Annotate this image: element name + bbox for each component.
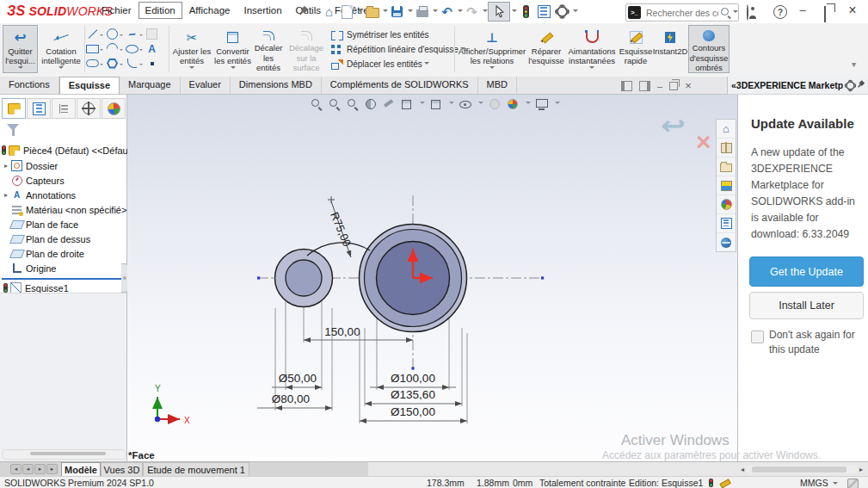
appearances-button[interactable] [717, 195, 736, 214]
repair-sketch-button[interactable]: Réparer l'esquisse [528, 25, 564, 73]
tab-complements[interactable]: Compléments de SOLIDWORKS [322, 77, 478, 94]
convert-flyout[interactable] [231, 66, 236, 71]
search-icon[interactable] [720, 7, 731, 18]
small-inner-circle[interactable] [286, 260, 322, 296]
spline-dropdown[interactable] [139, 34, 143, 38]
tab-fonctions[interactable]: Fonctions [0, 77, 59, 94]
expander-icon[interactable]: ▸ [2, 162, 10, 170]
options-dropdown[interactable] [573, 9, 578, 15]
displaymanager-tab[interactable] [102, 98, 126, 119]
trim-entities-button[interactable]: ✂ Ajuster les entités [171, 25, 212, 73]
custom-properties-button[interactable] [717, 214, 736, 233]
view-palette-button[interactable] [717, 176, 736, 195]
convert-entities-button[interactable]: Convertir les entités [213, 25, 252, 73]
task-pane-pin-icon[interactable] [857, 81, 865, 90]
dont-ask-checkbox[interactable] [751, 330, 764, 343]
spline-tool-button[interactable]: ~ [126, 28, 139, 40]
confirm-corner-cancel-icon[interactable]: × [696, 129, 711, 155]
get-update-button[interactable]: Get the Update [749, 256, 864, 287]
tree-item-plan-de-droite[interactable]: Plan de droite [10, 246, 84, 261]
scroll-right-icon[interactable]: ▸ [857, 466, 865, 473]
dia100-text[interactable]: Ø100,00 [391, 372, 435, 385]
print-button[interactable] [414, 3, 430, 20]
circle-dropdown[interactable] [120, 34, 123, 38]
tab-mbd[interactable]: MBD [478, 77, 517, 94]
configurationmanager-tab[interactable] [52, 98, 76, 119]
tree-item-plan-de-dessus[interactable]: Plan de dessus [10, 232, 90, 246]
line-dropdown[interactable] [100, 34, 103, 38]
tree-filter-icon[interactable] [7, 124, 19, 131]
view-settings-icon[interactable] [535, 97, 549, 111]
exit-sketch-flyout[interactable] [18, 66, 23, 71]
tab-modele[interactable]: Modèle [61, 462, 101, 476]
open-button[interactable] [364, 3, 380, 20]
help-button[interactable]: ? [773, 5, 787, 19]
redo-button[interactable]: ↷ [464, 3, 480, 20]
pane-close-icon[interactable]: × [685, 79, 692, 92]
hide-show-items-icon[interactable] [459, 97, 472, 111]
close-button[interactable]: × [843, 3, 862, 18]
exit-sketch-button[interactable]: ↩ Quitter l'esqui... [3, 25, 38, 73]
instant2d-button[interactable]: Instant2D [653, 25, 687, 73]
tree-item-capteurs[interactable]: Capteurs [10, 173, 65, 188]
tree-item-dossier[interactable]: ▸ Dossier [2, 158, 58, 173]
display-style-icon[interactable] [429, 97, 443, 111]
pin-menu-icon[interactable] [299, 7, 309, 17]
shaded-sketch-contours-button[interactable]: Contours d'esquisse ombrés [688, 25, 729, 73]
select-tool-button[interactable] [488, 2, 510, 22]
nav-last-button[interactable]: ▸ [46, 464, 58, 474]
mirror-entities-button[interactable]: Symétriser les entités [331, 28, 453, 42]
zoom-to-fit-icon[interactable] [310, 97, 323, 111]
units-dropdown[interactable] [833, 482, 838, 487]
tab-esquisse[interactable]: Esquisse [59, 77, 120, 94]
rectangle-tool-button[interactable] [86, 42, 99, 55]
tree-item-materiau[interactable]: Matériau <non spécifié> [10, 202, 126, 217]
polygon-tool-button[interactable] [106, 57, 119, 70]
options-list-button[interactable] [536, 3, 552, 20]
fillet-tool-button[interactable] [126, 57, 139, 70]
new-document-dropdown[interactable] [358, 9, 363, 15]
confirm-corner-exit-icon[interactable]: ↩ [661, 110, 686, 140]
task-pane-gear-icon[interactable] [846, 81, 854, 90]
install-later-button[interactable]: Install Later [749, 292, 864, 319]
featuremanager-tab[interactable] [2, 98, 26, 119]
slot-tool-button[interactable] [86, 57, 99, 70]
tab-evaluer[interactable]: Evaluer [181, 77, 231, 94]
graphics-viewport[interactable]: R75,00 150,00 Ø50,00 Ø80,00 Ø100,00 [127, 95, 737, 461]
open-dropdown[interactable] [383, 9, 388, 15]
tree-horizontal-scrollbar[interactable] [2, 449, 126, 460]
command-search-input[interactable] [644, 7, 720, 19]
taskpane-home-button[interactable]: ⌂ [717, 120, 736, 139]
3dexperience-button[interactable] [717, 233, 736, 251]
menu-edition[interactable]: Edition [139, 2, 182, 19]
search-dropdown[interactable] [733, 10, 738, 15]
polygon-dropdown[interactable] [120, 64, 123, 67]
rebuild-button[interactable] [518, 3, 534, 20]
tree-item-annotations[interactable]: ▸ A Annotations [2, 188, 76, 202]
new-document-button[interactable] [339, 3, 355, 20]
display-style-dropdown[interactable] [449, 102, 454, 107]
undo-button[interactable]: ↶ [439, 3, 455, 20]
dimxpertmanager-tab[interactable] [77, 98, 101, 119]
save-button[interactable] [389, 3, 405, 20]
select-tool-dropdown[interactable] [512, 9, 517, 15]
linear-pattern-button[interactable]: Répétition linéaire d'esquisse [331, 42, 453, 57]
tag-status-icon[interactable] [847, 479, 859, 488]
point-tool-button[interactable] [145, 57, 158, 70]
dia50-text[interactable]: Ø50,00 [279, 372, 317, 385]
dia135-text[interactable]: Ø135,60 [391, 388, 435, 401]
rectangle-dropdown[interactable] [100, 49, 103, 53]
menu-insertion[interactable]: Insertion [237, 2, 288, 19]
units-indicator[interactable]: MMGS [800, 478, 828, 488]
offset-entities-button[interactable]: Décaler les entités [253, 25, 284, 73]
task-pane-horizontal-scrollbar[interactable]: ◂ ▸ [738, 464, 865, 474]
instant-snaps-flyout[interactable] [589, 66, 594, 71]
view-settings-dropdown[interactable] [555, 102, 560, 107]
print-dropdown[interactable] [433, 9, 438, 15]
propertymanager-tab[interactable] [27, 98, 51, 119]
tab-etude-mouvement[interactable]: Etude de mouvement 1 [143, 462, 249, 476]
tab-marquage[interactable]: Marquage [120, 77, 181, 94]
tree-item-plan-de-face[interactable]: Plan de face [10, 217, 78, 232]
nav-prev-button[interactable]: ◂ [22, 464, 34, 474]
arc-dropdown[interactable] [120, 49, 123, 53]
